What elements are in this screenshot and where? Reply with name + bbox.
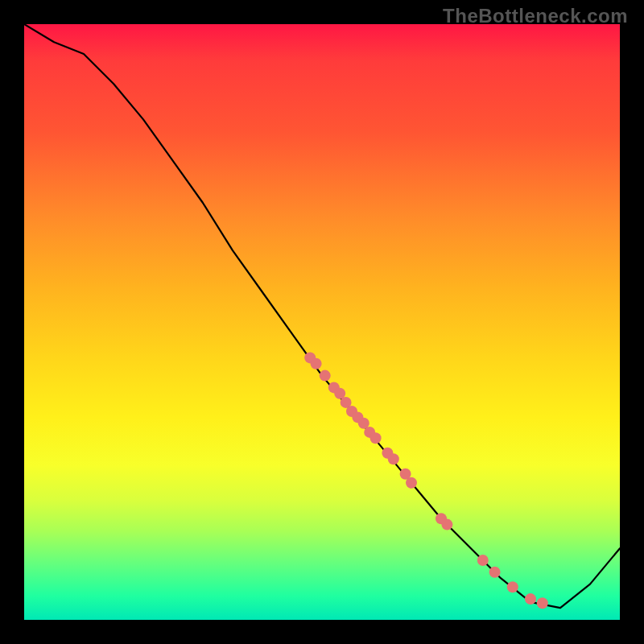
curve-marker (441, 519, 452, 530)
curve-markers (304, 352, 548, 609)
curve-marker (489, 567, 501, 578)
bottleneck-curve-line (24, 24, 620, 608)
curve-marker (311, 358, 322, 369)
curve-marker (388, 453, 399, 464)
curve-marker (320, 370, 331, 382)
curve-marker (537, 597, 548, 609)
chart-frame: TheBottleneck.com (0, 0, 644, 644)
chart-svg (24, 24, 620, 620)
curve-marker (406, 477, 417, 489)
chart-plot-area (24, 24, 620, 620)
curve-marker (370, 432, 382, 444)
curve-marker (477, 555, 489, 566)
curve-marker (525, 593, 536, 605)
curve-marker (507, 581, 518, 592)
